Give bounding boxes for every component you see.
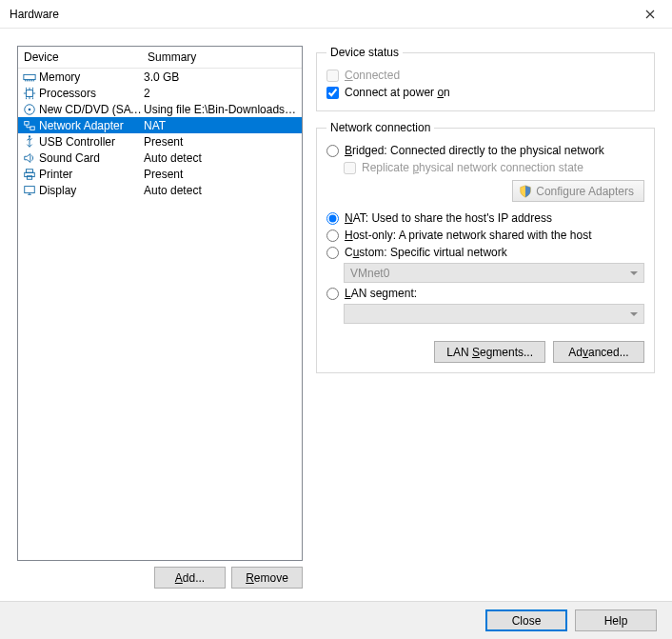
display-icon: [22, 183, 37, 198]
custom-network-dropdown: VMnet0: [344, 263, 644, 283]
close-icon: [645, 10, 655, 19]
custom-label[interactable]: Custom: Specific virtual network: [345, 246, 507, 259]
connect-poweron-checkbox[interactable]: [326, 87, 339, 99]
bridged-row[interactable]: Bridged: Connected directly to the physi…: [326, 142, 644, 159]
device-row[interactable]: Memory3.0 GB: [18, 69, 302, 85]
window-close-button[interactable]: [628, 0, 672, 29]
advanced-button[interactable]: Advanced...: [553, 341, 644, 363]
svg-rect-10: [25, 186, 35, 192]
replicate-row: Replicate physical network connection st…: [344, 159, 644, 176]
remove-device-button[interactable]: Remove: [231, 567, 303, 589]
device-name: Processors: [39, 87, 144, 100]
header-device[interactable]: Device: [24, 50, 148, 64]
device-name: Printer: [39, 168, 144, 181]
device-name: Display: [39, 184, 144, 197]
device-summary: 2: [144, 87, 298, 100]
device-summary: Present: [144, 168, 298, 181]
custom-row[interactable]: Custom: Specific virtual network: [326, 244, 644, 261]
device-status-group: Device status Connected Connect at power…: [316, 46, 655, 111]
shield-icon: [519, 185, 532, 198]
device-table-header: Device Summary: [18, 47, 302, 69]
dialog-footer: Close Help: [0, 601, 672, 639]
disc-icon: [22, 102, 37, 117]
device-name: Sound Card: [39, 151, 144, 165]
svg-rect-5: [30, 126, 34, 130]
device-summary: Present: [144, 135, 298, 149]
custom-network-value: VMnet0: [350, 267, 389, 280]
device-summary: Auto detect: [144, 184, 298, 197]
replicate-checkbox: [344, 162, 356, 174]
usb-icon: [22, 134, 37, 150]
add-device-button[interactable]: Add...: [154, 567, 226, 589]
svg-rect-1: [27, 90, 33, 96]
help-button[interactable]: Help: [575, 609, 657, 631]
device-summary: NAT: [144, 119, 298, 132]
connected-label: Connected: [345, 69, 400, 82]
lanseg-radio[interactable]: [326, 288, 339, 300]
configure-adapters-label: Configure Adapters: [536, 185, 634, 198]
hostonly-row[interactable]: Host-only: A private network shared with…: [326, 227, 644, 244]
memory-icon: [22, 70, 37, 85]
window-title: Hardware: [10, 8, 628, 21]
connect-poweron-label[interactable]: Connect at power on: [345, 86, 450, 99]
device-row[interactable]: DisplayAuto detect: [18, 182, 302, 198]
nat-row[interactable]: NAT: Used to share the host's IP address: [326, 210, 644, 227]
nat-label[interactable]: NAT: Used to share the host's IP address: [345, 211, 552, 225]
lanseg-row[interactable]: LAN segment:: [326, 285, 644, 302]
nat-radio[interactable]: [326, 212, 339, 225]
printer-icon: [22, 167, 37, 182]
device-name: Network Adapter: [39, 119, 144, 132]
network-connection-legend: Network connection: [326, 121, 434, 134]
custom-radio[interactable]: [326, 247, 339, 259]
device-row[interactable]: PrinterPresent: [18, 166, 302, 182]
sound-icon: [22, 150, 37, 166]
device-row[interactable]: Processors2: [18, 85, 302, 101]
hostonly-label[interactable]: Host-only: A private network shared with…: [345, 229, 591, 242]
device-name: USB Controller: [39, 135, 144, 149]
network-connection-group: Network connection Bridged: Connected di…: [316, 121, 655, 373]
svg-point-6: [29, 135, 30, 137]
header-summary[interactable]: Summary: [148, 50, 296, 64]
close-button[interactable]: Close: [485, 609, 567, 631]
lanseg-label[interactable]: LAN segment:: [345, 287, 417, 300]
device-row[interactable]: USB ControllerPresent: [18, 133, 302, 150]
configure-adapters-button: Configure Adapters: [512, 180, 644, 202]
device-summary: 3.0 GB: [144, 70, 298, 84]
svg-rect-0: [24, 74, 35, 79]
cpu-icon: [22, 86, 37, 101]
network-icon: [22, 118, 37, 133]
lanseg-dropdown: [344, 304, 644, 324]
connected-row: Connected: [326, 67, 644, 84]
lan-segments-button[interactable]: LAN Segments...: [434, 341, 545, 363]
connect-poweron-row[interactable]: Connect at power on: [326, 84, 644, 101]
hardware-device-list[interactable]: Device Summary Memory3.0 GBProcessors2Ne…: [17, 46, 303, 561]
svg-rect-4: [25, 121, 29, 125]
bridged-radio[interactable]: [326, 145, 339, 157]
device-row[interactable]: Sound CardAuto detect: [18, 150, 302, 166]
device-name: Memory: [39, 70, 144, 84]
device-summary: Auto detect: [144, 151, 298, 165]
svg-point-3: [29, 108, 31, 110]
device-summary: Using file E:\Bin-Downloads\li...: [144, 103, 298, 116]
device-row[interactable]: New CD/DVD (SATA)Using file E:\Bin-Downl…: [18, 101, 302, 117]
device-name: New CD/DVD (SATA): [39, 103, 144, 116]
bridged-label[interactable]: Bridged: Connected directly to the physi…: [345, 144, 604, 157]
hostonly-radio[interactable]: [326, 230, 339, 242]
device-row[interactable]: Network AdapterNAT: [18, 117, 302, 133]
connected-checkbox: [326, 70, 339, 82]
replicate-label: Replicate physical network connection st…: [362, 161, 583, 174]
svg-rect-7: [27, 169, 33, 172]
device-status-legend: Device status: [326, 46, 403, 59]
